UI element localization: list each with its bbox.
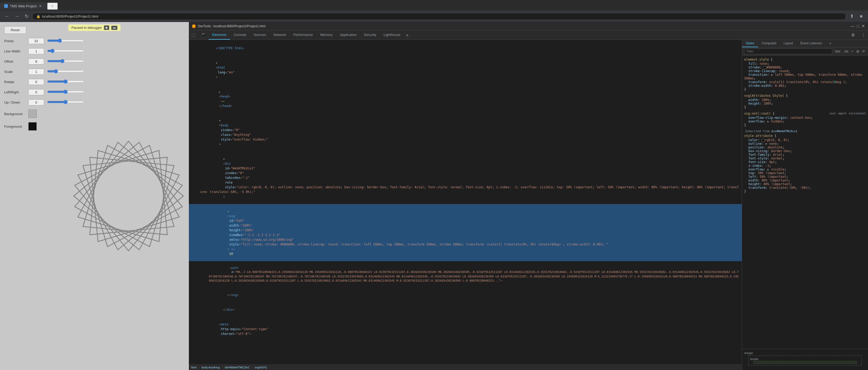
styles-content: element.style { fill: none; stroke: #000… (742, 56, 868, 349)
add-style-button[interactable]: + (850, 49, 855, 54)
reset-button[interactable]: Reset (4, 26, 26, 34)
breadcrumb-svg[interactable]: svg#SVG (255, 366, 267, 369)
style-attribute-block: style attribute { color: rgb(0, 0, 0); o… (744, 134, 866, 193)
back-button[interactable]: ← (3, 12, 11, 20)
style-fontsize-prop: font-size: 8pt; (744, 160, 866, 164)
refresh-styles-icon[interactable]: ⟳ (861, 49, 866, 54)
toggle-sidebar-icon[interactable]: ⊞ (856, 49, 860, 54)
refresh-button[interactable]: ↻ (23, 12, 30, 20)
tab-application[interactable]: Application (336, 30, 361, 40)
html-svg-close-line[interactable]: </svg> (189, 288, 742, 302)
bookmark-icon[interactable]: ★ (858, 12, 865, 20)
tab-elements[interactable]: Elements (209, 30, 230, 40)
tab-console[interactable]: Console (230, 30, 250, 40)
linewidth-input[interactable] (28, 48, 44, 54)
styles-filter-input[interactable] (744, 49, 832, 54)
styles-tab-event-listeners[interactable]: Event Listeners (797, 40, 826, 47)
devtools-panel: DevTools - localhost:8000/Project1/Proje… (189, 22, 868, 370)
styles-tab-layout[interactable]: Layout (780, 40, 797, 47)
devtools-toolbar: ⬚ 📱 Elements Console Sources Network Per… (189, 30, 868, 40)
breadcrumb-div[interactable]: div#WebHTMLDiv1 (225, 366, 250, 369)
styles-tab-more[interactable]: » (826, 40, 835, 47)
tab-lighthouse[interactable]: Lighthouse (380, 30, 404, 40)
html-doctype-line[interactable]: <!DOCTYPE html> (189, 41, 742, 56)
styles-filter-bar: :hov .cls + ⊞ ⟳ (742, 48, 868, 56)
style-fontfamily-prop: font-family: Arial; (744, 153, 866, 157)
step-over-button[interactable]: ⏭ (112, 26, 118, 30)
style-overflow-clip-prop: overflow-clip-margin: content-box; (744, 116, 866, 120)
background-color-swatch[interactable] (28, 110, 37, 118)
more-tabs-button[interactable]: » (404, 31, 410, 40)
inspect-element-icon[interactable]: ⬚ (189, 31, 198, 39)
styles-tab-computed[interactable]: Computed (758, 40, 780, 47)
address-bar[interactable]: 🔒 localhost:8000/Project1/Project1.html (32, 13, 846, 20)
tab-memory[interactable]: Memory (317, 30, 336, 40)
elements-html-panel: <!DOCTYPE html> ▼ <html lang="en" > ▶ <h… (189, 40, 742, 370)
new-tab-button[interactable]: + (47, 3, 58, 10)
toolbar-right: ⚙ ⋮ (848, 31, 868, 39)
styles-tabs: Styles Computed Layout Event Listeners » (742, 40, 868, 48)
scale-input[interactable] (28, 69, 44, 75)
html-meta-line[interactable]: <meta http-equiv="Content-type" charset=… (189, 317, 742, 341)
tab-favicon (4, 4, 8, 8)
cls-filter-button[interactable]: .cls (842, 49, 849, 54)
html-head-line[interactable]: ▶ <head> == </head> (189, 85, 742, 113)
style-zindex-prop: z-index: -1; (744, 164, 866, 167)
html-div-close-line[interactable]: </div> (189, 302, 742, 317)
style-color-prop: color: rgb(0, 0, 0); (744, 138, 866, 142)
box-model: margin border (742, 349, 868, 370)
devtools-minimize-button[interactable]: — (850, 24, 855, 29)
device-toolbar-icon[interactable]: 📱 (198, 31, 209, 39)
paused-label: Paused in debugger (71, 26, 102, 30)
more-options-icon[interactable]: ⋮ (859, 31, 868, 39)
devtools-titlebar: DevTools - localhost:8000/Project1/Proje… (189, 22, 868, 30)
points-input[interactable] (28, 38, 44, 44)
paused-banner: Paused in debugger ▶ ⏭ (68, 24, 121, 31)
rotate-input[interactable] (28, 79, 44, 85)
margin-box: border (748, 356, 862, 366)
html-body-line[interactable]: ▼ <body zindex="0" class="Anything" styl… (189, 113, 742, 152)
resume-button[interactable]: ▶ (104, 25, 110, 30)
elements-html-tree[interactable]: <!DOCTYPE html> ▼ <html lang="en" > ▶ <h… (189, 40, 742, 365)
breadcrumb-body[interactable]: body.Anything (202, 366, 220, 369)
settings-icon[interactable]: ⚙ (848, 31, 858, 39)
devtools-restore-button[interactable]: □ (857, 24, 859, 29)
style-overflow-prop: overflow: ▶ hidden; (744, 120, 866, 123)
tab-security[interactable]: Security (360, 30, 380, 40)
html-div-webhtml-line[interactable]: ▼ <div id="WebHTMLDiv1" zindex="0" tabin… (189, 152, 742, 204)
style-height2-prop: height: 80% !important; (744, 182, 866, 186)
tab-network[interactable]: Network (270, 30, 290, 40)
foreground-color-swatch[interactable] (28, 122, 37, 131)
devtools-close-button[interactable]: ✕ (862, 24, 865, 29)
updown-label: Up / Down (4, 100, 25, 104)
share-icon[interactable]: ⬆ (848, 12, 856, 20)
tab-close-btn[interactable]: ✕ (39, 4, 42, 8)
breadcrumb-html[interactable]: html (191, 366, 196, 369)
style-width-prop: width: 100%; (744, 98, 866, 102)
html-html-line[interactable]: ▼ <html lang="en" > (189, 56, 742, 85)
html-path-line[interactable]: <path d="M0,-1 L0.98078528040323,0.19509… (189, 261, 742, 288)
style-left-prop: left: 50% !important; (744, 175, 866, 179)
styles-tab-styles[interactable]: Styles (742, 40, 758, 47)
active-tab[interactable]: TMS Web Project ✕ (0, 2, 47, 10)
svg-visualization (68, 22, 189, 370)
devtools-title: DevTools - localhost:8000/Project1/Proje… (192, 24, 266, 28)
element-style-block: element.style { fill: none; stroke: #000… (744, 58, 866, 91)
devtools-favicon (192, 24, 196, 28)
tab-sources[interactable]: Sources (250, 30, 270, 40)
updown-input[interactable] (28, 99, 44, 105)
devtools-body: <!DOCTYPE html> ▼ <html lang="en" > ▶ <h… (189, 40, 868, 370)
forward-button[interactable]: → (13, 12, 21, 20)
leftright-input[interactable] (28, 89, 44, 95)
offset-label: Offset (4, 60, 25, 63)
offset-input[interactable] (28, 59, 44, 64)
tab-title: TMS Web Project (10, 4, 37, 8)
style-boxsizing-prop: box-sizing: border-box; (744, 149, 866, 153)
lock-icon: 🔒 (36, 14, 40, 18)
inherited-from-label: Inherited from div#WebHTMLDiv1 (744, 129, 866, 133)
tab-performance[interactable]: Performance (289, 30, 316, 40)
webpage-panel: Paused in debugger ▶ ⏭ Reset Points Line… (0, 22, 189, 370)
hov-filter-button[interactable]: :hov (833, 49, 841, 54)
foreground-label: Foreground (4, 125, 25, 128)
html-svg-line[interactable]: ▼ <svg id="SVG" width="100%" height="100… (189, 204, 742, 261)
